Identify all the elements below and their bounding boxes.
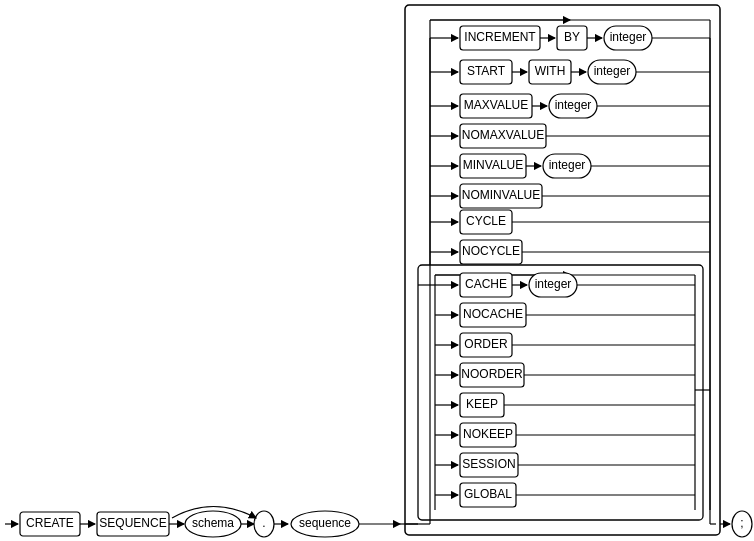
- integer4-label: integer: [549, 158, 586, 172]
- maxvalue-label: MAXVALUE: [464, 98, 528, 112]
- nocycle-label: NOCYCLE: [462, 244, 520, 258]
- increment-label: INCREMENT: [464, 30, 536, 44]
- by-label: BY: [564, 30, 580, 44]
- semicolon-label: ;: [740, 516, 743, 530]
- dot-label: .: [262, 516, 265, 530]
- sequence-label: SEQUENCE: [99, 516, 166, 530]
- minvalue-label: MINVALUE: [463, 158, 523, 172]
- cache-label: CACHE: [465, 277, 507, 291]
- start-label: START: [467, 64, 506, 78]
- global-label: GLOBAL: [464, 487, 512, 501]
- nomaxvalue-label: NOMAXVALUE: [462, 128, 544, 142]
- keep-label: KEEP: [466, 397, 498, 411]
- integer2-label: integer: [594, 64, 631, 78]
- create-label: CREATE: [26, 516, 74, 530]
- order-label: ORDER: [464, 337, 508, 351]
- session-label: SESSION: [462, 457, 515, 471]
- integer-by-label: integer: [610, 30, 647, 44]
- nocache-label: NOCACHE: [463, 307, 523, 321]
- integer5-label: integer: [535, 277, 572, 291]
- noorder-label: NOORDER: [461, 367, 523, 381]
- seqname-label: sequence: [299, 516, 351, 530]
- schema-label: schema: [192, 516, 234, 530]
- with-label: WITH: [535, 64, 566, 78]
- integer3-label: integer: [555, 98, 592, 112]
- cycle-label: CYCLE: [466, 214, 506, 228]
- nominvalue-label: NOMINVALUE: [462, 188, 540, 202]
- nokeep-label: NOKEEP: [463, 427, 513, 441]
